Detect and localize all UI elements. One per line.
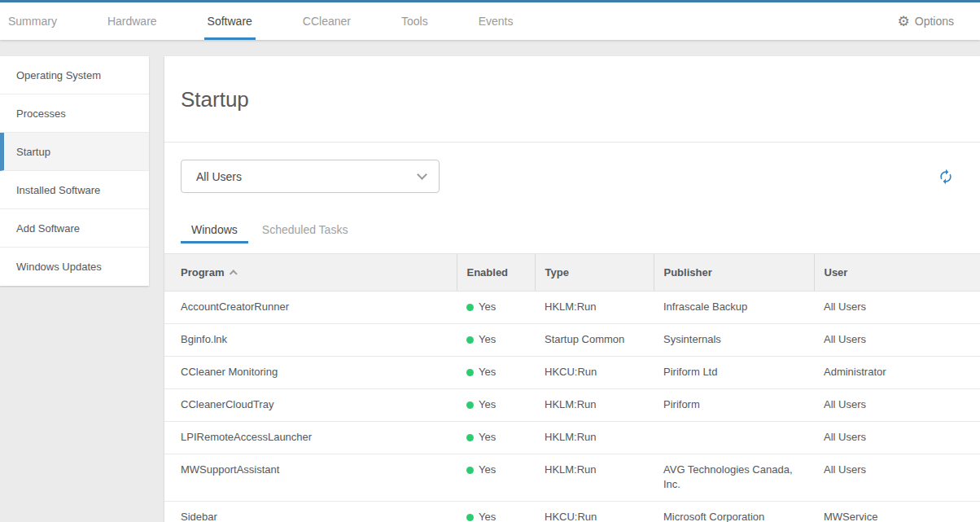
table-row[interactable]: CCleaner Monitoring Yes HKCU:Run Pirifor… (164, 357, 980, 389)
publisher-value: Piriform Ltd (663, 366, 717, 378)
table-row[interactable]: LPIRemoteAccessLauncher Yes HKLM:Run All… (164, 422, 980, 454)
enabled-dot-icon (466, 304, 474, 311)
startup-table: Program Enabled Type Publisher User Acco… (164, 253, 980, 522)
type-cell: HKLM:Run (535, 454, 654, 502)
tab-windows[interactable]: Windows (181, 218, 248, 243)
sidebar-item-label: Add Software (16, 222, 80, 235)
user-cell: All Users (814, 292, 980, 324)
publisher-cell: Sysinternals (654, 324, 814, 357)
top-nav-summary[interactable]: Summary (8, 2, 57, 40)
tab-scheduled-tasks[interactable]: Scheduled Tasks (252, 218, 359, 243)
page-title: Startup (181, 87, 964, 112)
type-value: HKCU:Run (545, 366, 597, 378)
sidebar-item-operating-system[interactable]: Operating System (0, 56, 149, 94)
user-value: All Users (824, 431, 866, 443)
top-nav-item-label: Tools (401, 15, 428, 28)
top-nav-item-label: Hardware (107, 15, 157, 28)
enabled-cell: Yes (457, 324, 535, 357)
sidebar-item-windows-updates[interactable]: Windows Updates (0, 248, 149, 286)
enabled-cell: Yes (457, 389, 535, 422)
enabled-cell: Yes (457, 292, 535, 324)
table-row[interactable]: Bginfo.lnk Yes Startup Common Sysinterna… (164, 324, 980, 357)
table-row[interactable]: CCleanerCloudTray Yes HKLM:Run Piriform … (164, 389, 980, 422)
page-body: Operating System Processes Startup Insta… (0, 40, 980, 522)
chevron-down-icon (417, 169, 427, 180)
column-header-type[interactable]: Type (535, 254, 654, 292)
enabled-value: Yes (479, 366, 496, 378)
filter-row: All Users (164, 143, 980, 193)
user-value: All Users (824, 463, 866, 476)
user-cell: Administrator (814, 357, 980, 389)
program-cell: CCleanerCloudTray (164, 389, 457, 422)
enabled-value: Yes (479, 300, 496, 313)
gear-icon: ⚙ (898, 15, 910, 29)
user-value: All Users (824, 333, 866, 345)
publisher-cell: Piriform (654, 389, 814, 422)
user-cell: All Users (814, 422, 980, 454)
enabled-dot-icon (466, 401, 474, 409)
top-nav-spacer (564, 2, 898, 40)
publisher-value: Microsoft Corporation (663, 511, 764, 522)
sidebar-item-processes[interactable]: Processes (0, 94, 149, 133)
program-cell: CCleaner Monitoring (164, 357, 457, 389)
top-nav-software[interactable]: Software (208, 2, 252, 40)
enabled-cell: Yes (457, 502, 535, 522)
program-name: CCleaner Monitoring (181, 366, 278, 378)
user-value: All Users (824, 300, 866, 313)
user-value: All Users (824, 398, 866, 410)
publisher-value: Infrascale Backup (663, 300, 747, 313)
refresh-button[interactable] (938, 169, 954, 185)
publisher-value: Sysinternals (663, 333, 721, 345)
type-cell: HKCU:Run (535, 502, 654, 522)
user-value: Administrator (824, 366, 886, 378)
refresh-icon (938, 169, 954, 185)
program-cell: LPIRemoteAccessLauncher (164, 422, 457, 454)
enabled-dot-icon (466, 369, 474, 376)
enabled-cell: Yes (457, 454, 535, 502)
type-cell: Startup Common (535, 324, 654, 357)
top-nav-tools[interactable]: Tools (401, 2, 428, 40)
top-nav: Summary Hardware Software CCleaner Tools… (0, 2, 980, 40)
program-cell: AccountCreatorRunner (164, 292, 457, 324)
tab-label: Scheduled Tasks (262, 223, 348, 236)
sidebar-item-label: Processes (16, 107, 66, 120)
user-cell: All Users (814, 389, 980, 422)
column-header-program-label: Program (181, 266, 224, 279)
column-header-program[interactable]: Program (164, 254, 457, 292)
top-nav-ccleaner[interactable]: CCleaner (303, 2, 351, 40)
user-cell: All Users (814, 324, 980, 357)
table-body: AccountCreatorRunner Yes HKLM:Run Infras… (164, 292, 980, 522)
sidebar-item-add-software[interactable]: Add Software (0, 209, 149, 248)
sidebar-item-label: Startup (16, 146, 50, 158)
enabled-dot-icon (466, 336, 474, 344)
user-filter-dropdown[interactable]: All Users (181, 160, 440, 193)
table-row[interactable]: AccountCreatorRunner Yes HKLM:Run Infras… (164, 292, 980, 324)
options-button[interactable]: ⚙ Options (898, 2, 955, 40)
options-label: Options (915, 15, 954, 28)
enabled-value: Yes (479, 431, 496, 443)
type-cell: HKLM:Run (535, 389, 654, 422)
column-header-user[interactable]: User (814, 254, 980, 292)
top-nav-events[interactable]: Events (479, 2, 514, 40)
user-filter-value: All Users (196, 170, 242, 183)
user-cell: All Users (814, 454, 980, 502)
sidebar-item-startup[interactable]: Startup (0, 133, 149, 171)
startup-tabs: Windows Scheduled Tasks (164, 218, 980, 243)
column-header-enabled[interactable]: Enabled (457, 254, 535, 292)
main-header: Startup (164, 56, 980, 143)
column-header-publisher[interactable]: Publisher (654, 254, 814, 292)
program-cell: Sidebar (164, 502, 457, 522)
program-cell: Bginfo.lnk (164, 324, 457, 357)
enabled-dot-icon (466, 434, 474, 441)
program-name: CCleanerCloudTray (181, 398, 273, 410)
publisher-cell: Infrascale Backup (654, 292, 814, 324)
publisher-value: AVG Technologies Canada, Inc. (663, 463, 793, 490)
program-name: LPIRemoteAccessLauncher (181, 431, 312, 443)
enabled-value: Yes (479, 511, 496, 522)
enabled-dot-icon (466, 514, 474, 521)
sidebar-item-installed-software[interactable]: Installed Software (0, 171, 149, 209)
table-row[interactable]: Sidebar Yes HKCU:Run Microsoft Corporati… (164, 502, 980, 522)
table-row[interactable]: MWSupportAssistant Yes HKLM:Run AVG Tech… (164, 454, 980, 502)
user-cell: MWService (814, 502, 980, 522)
top-nav-hardware[interactable]: Hardware (107, 2, 157, 40)
